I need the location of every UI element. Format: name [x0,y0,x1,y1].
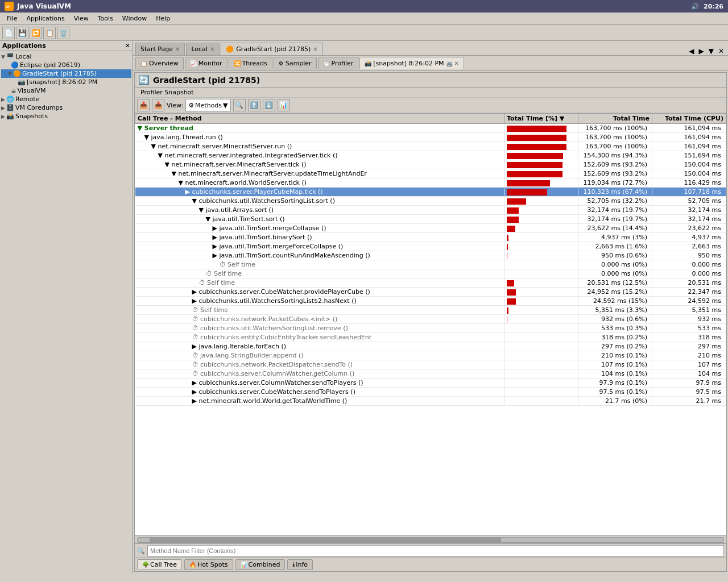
inner-tab-sampler[interactable]: ⚙️ Sampler [274,57,317,69]
info-icon: ℹ️ [292,562,295,568]
table-row[interactable]: ▶ java.lang.Iterable.forEach ()297 ms (0… [135,342,726,351]
table-row[interactable]: ⏱ java.lang.StringBuilder.append ()210 m… [135,351,726,360]
table-row[interactable]: ▼ net.minecraft.world.WorldServer.tick (… [135,178,726,188]
cpu-cell: 151,694 ms [652,151,726,160]
tree-gradlestart[interactable]: ▼ 🟠 GradleStart (pid 21785) [1,69,131,78]
bottom-tab-combined[interactable]: 📊 Combined [235,559,286,570]
table-row[interactable]: ▶ net.minecraft.world.World.getTotalWorl… [135,397,726,406]
cpu-cell: 97.9 ms [652,379,726,388]
tree-local[interactable]: ▼ 🖥️ Local [1,52,131,61]
table-row[interactable]: ⏱ cubicchunks.entity.CubicEntityTracker.… [135,333,726,342]
tab-next-btn[interactable]: ▶ [697,47,705,55]
menu-help[interactable]: Help [151,14,175,23]
new-button[interactable]: 📄 [2,27,15,39]
table-row[interactable]: ▶ cubicchunks.util.WatchersSortingList$2… [135,297,726,306]
table-row[interactable]: ⏱ cubicchunks.util.WatchersSortingList.r… [135,324,726,333]
table-row[interactable]: ▼ net.minecraft.server.MinecraftServer.r… [135,142,726,151]
profiler-subtitle-label: Profiler Snapshot [140,89,194,96]
menu-view[interactable]: View [69,14,93,23]
pct-cell [504,315,578,324]
table-row[interactable]: ⏱ Self time5,351 ms (3.3%)5,351 ms [135,306,726,315]
table-row[interactable]: ▼ net.minecraft.server.MinecraftServer.t… [135,160,726,169]
table-container[interactable]: Call Tree - Method Total Time [%] ▼ Tota… [135,113,726,535]
tab-gradlestart-close[interactable]: ✕ [313,46,317,52]
table-row[interactable]: ▼ cubicchunks.util.WatchersSortingList.s… [135,197,726,206]
table-row[interactable]: ▶ cubicchunks.server.ColumnWatcher.sendT… [135,379,726,388]
inner-tab-profiler[interactable]: ⏱️ Profiler [318,57,359,69]
table-row[interactable]: ▶ java.util.TimSort.mergeCollapse ()23,6… [135,224,726,233]
tree-remote[interactable]: ▶ 🌐 Remote [1,95,131,103]
tree-eclipse[interactable]: 🔵 Eclipse (pid 20619) [1,61,131,69]
tab-local-close[interactable]: ✕ [210,46,214,52]
table-row[interactable]: ▶ java.util.TimSort.countRunAndMakeAscen… [135,251,726,260]
table-row[interactable]: ⏱ Self time0.000 ms (0%)0.000 ms [135,269,726,278]
col-method-header[interactable]: Call Tree - Method [135,114,504,124]
snapshot-tab-close2[interactable]: ✕ [454,60,459,66]
menu-tools[interactable]: Tools [93,14,118,23]
search-btn[interactable]: 🔍 [233,99,246,111]
table-row[interactable]: ⏱ cubicchunks.network.PacketCubes.<init>… [135,315,726,324]
menu-applications[interactable]: Applications [22,14,69,23]
import-btn[interactable]: 📥 [152,99,164,111]
table-row[interactable]: ▼ net.minecraft.server.integrated.Integr… [135,151,726,160]
pct-cell [504,151,578,160]
tab-list-btn[interactable]: ▼ [707,47,715,55]
tab-start-page-close[interactable]: ✕ [175,46,180,52]
table-row[interactable]: ▶ java.util.TimSort.mergeForceCollapse (… [135,242,726,251]
table-row[interactable]: ⏱ Self time20,531 ms (12.5%)20,531 ms [135,278,726,288]
bottom-tab-hot-spots[interactable]: 🔥 Hot Spots [184,559,233,570]
inner-tab-overview[interactable]: 📋 Overview [135,57,184,69]
next-result-btn[interactable]: ⬇️ [263,99,275,111]
time-cell: 210 ms (0.1%) [578,351,652,360]
prev-result-btn[interactable]: ⬆️ [248,99,260,111]
export-btn[interactable]: 📤 [137,99,150,111]
tab-gradlestart[interactable]: 🟠 GradleStart (pid 21785) ✕ [221,43,322,55]
table-row[interactable]: ▼ java.util.TimSort.sort ()32,174 ms (19… [135,215,726,224]
bottom-tab-call-tree[interactable]: 🌳 Call Tree [137,559,182,570]
table-row[interactable]: ▶ cubicchunks.server.PlayerCubeMap.tick … [135,188,726,197]
tree-snapshot[interactable]: 📷 [snapshot] 8:26:02 PM [1,78,131,86]
table-row[interactable]: ▶ cubicchunks.server.CubeWatcher.sendToP… [135,388,726,397]
inner-tab-monitor[interactable]: 📈 Monitor [185,57,228,69]
tree-coredumps[interactable]: ▶ 🗄️ VM Coredumps [1,103,131,112]
method-cell: ▼ net.minecraft.server.MinecraftServer.u… [135,169,504,178]
tab-close-all-btn[interactable]: ✕ [717,47,726,55]
col-time-header[interactable]: Total Time [578,114,652,124]
cpu-cell: 24,592 ms [652,297,726,306]
col-pct-header[interactable]: Total Time [%] ▼ [504,114,578,124]
delete-button[interactable]: 🗑️ [57,27,69,39]
table-row[interactable]: ⏱ Self time0.000 ms (0%)0.000 ms [135,260,726,269]
scrollbar-thumb-h[interactable] [150,538,501,542]
tab-local[interactable]: Local ✕ [186,43,220,55]
copy-button[interactable]: 📋 [43,27,56,39]
left-panel-close[interactable]: ✕ [125,42,130,49]
table-row[interactable]: ▼ java.util.Arrays.sort ()32,174 ms (19.… [135,206,726,215]
inner-tab-snapshot[interactable]: 📸 [snapshot] 8:26:02 PM 🖨️ ✕ [359,57,464,69]
view-dropdown[interactable]: ⚙️ Methods ▼ [185,99,230,111]
table-row[interactable]: ⏱ cubicchunks.network.PacketDispatcher.s… [135,360,726,369]
table-row[interactable]: ▼ java.lang.Thread.run ()163,700 ms (100… [135,133,726,142]
menu-file[interactable]: File [2,14,22,23]
tab-start-page[interactable]: Start Page ✕ [135,43,185,55]
table-row[interactable]: ▶ cubicchunks.server.CubeWatcher.provide… [135,288,726,297]
table-row[interactable]: ⏱ cubicchunks.server.ColumnWatcher.getCo… [135,369,726,379]
bottom-tab-info[interactable]: ℹ️ Info [287,559,313,570]
refresh-header-icon: 🔄 [138,74,150,85]
table-row[interactable]: ▼ Server thread163,700 ms (100%)161,094 … [135,124,726,133]
menu-window[interactable]: Window [118,14,151,23]
table-row[interactable]: ▶ java.util.TimSort.binarySort ()4,937 m… [135,233,726,242]
profiler-header: 🔄 GradleStart (pid 21785) [135,73,726,88]
save-button[interactable]: 💾 [16,27,28,39]
settings-btn[interactable]: 📊 [278,99,290,111]
tab-prev-btn[interactable]: ◀ [687,47,696,55]
horizontal-scrollbar[interactable] [137,537,724,543]
tree-snapshots[interactable]: ▶ 📸 Snapshots [1,112,131,120]
filter-input[interactable] [147,545,724,556]
inner-tab-threads[interactable]: 🔀 Threads [229,57,272,69]
col-cpu-header[interactable]: Total Time (CPU) [652,114,726,124]
snapshot-tab-close[interactable]: 🖨️ [446,60,453,66]
tree-visualvm[interactable]: ☕ VisualVM [1,86,131,95]
refresh-button[interactable]: 🔁 [30,27,42,39]
visualvm-icon: ☕ [11,87,16,94]
table-row[interactable]: ▼ net.minecraft.server.MinecraftServer.u… [135,169,726,178]
